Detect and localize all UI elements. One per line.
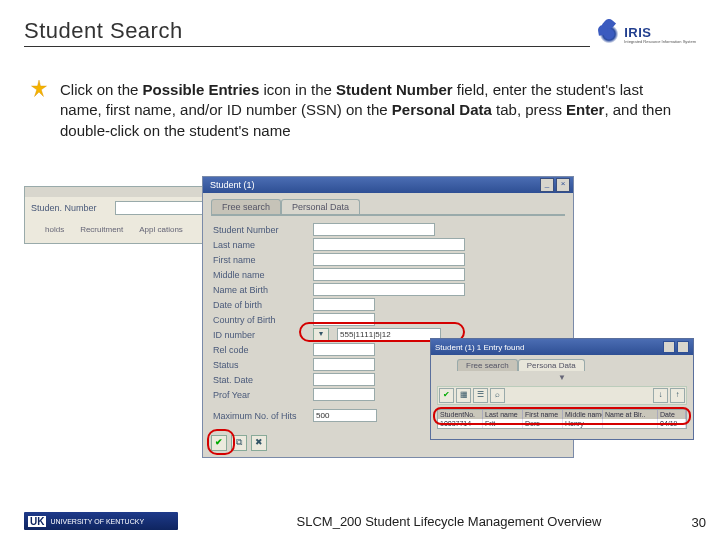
label-last-name: Last name	[213, 240, 305, 250]
input-date-of-birth[interactable]	[313, 298, 375, 311]
input-middle-name[interactable]	[313, 268, 465, 281]
input-student-number[interactable]	[313, 223, 435, 236]
toolbar-check-icon[interactable]: ✔	[439, 388, 454, 403]
tab-applications[interactable]: Appl cations	[139, 225, 183, 234]
input-max-hits[interactable]: 500	[313, 409, 377, 422]
toolbar-icon-4[interactable]: ↓	[653, 388, 668, 403]
input-rel-code[interactable]	[313, 343, 375, 356]
id-selector-icon[interactable]: ▾	[313, 328, 329, 341]
results-toolbar: ✔ ▦ ☰ ⌕ ↓ ↑	[437, 386, 687, 405]
slide-number: 30	[692, 515, 706, 530]
label-id-number: ID number	[213, 330, 305, 340]
iris-logo-sub: Integrated Resource Information System	[624, 40, 696, 44]
label-country-birth: Country of Birth	[213, 315, 305, 325]
label-date-of-birth: Date of birth	[213, 300, 305, 310]
tab-holds[interactable]: holds	[45, 225, 64, 234]
close-icon[interactable]: ×	[556, 178, 570, 192]
col-lastname[interactable]: Last name	[483, 410, 523, 419]
results-tab-personal-data[interactable]: Persona Data	[518, 359, 585, 371]
toolbar-icon-3[interactable]: ⌕	[490, 388, 505, 403]
label-max-hits: Maximum No. of Hits	[213, 411, 305, 421]
col-firstname[interactable]: First name	[523, 410, 563, 419]
input-country-birth[interactable]	[313, 313, 375, 326]
svg-marker-0	[32, 80, 47, 97]
col-middlename[interactable]: Middle name	[563, 410, 603, 419]
toolbar-button-1[interactable]: ⧉	[231, 435, 247, 451]
results-table: StudentNo. Last name First name Middle n…	[437, 409, 687, 429]
toolbar-icon-2[interactable]: ☰	[473, 388, 488, 403]
uk-mark: UK	[28, 516, 46, 527]
label-student-number: Student Number	[213, 225, 305, 235]
input-name-at-birth[interactable]	[313, 283, 465, 296]
uk-logo: UK UNIVERSITY OF KENTUCKY	[24, 512, 178, 530]
results-min-icon[interactable]	[663, 341, 675, 353]
iris-logo: IRIS Integrated Resource Information Sys…	[598, 23, 696, 45]
label-name-at-birth: Name at Birth	[213, 285, 305, 295]
toolbar-icon-5[interactable]: ↑	[670, 388, 685, 403]
input-first-name[interactable]	[313, 253, 465, 266]
label-stat-date: Stat. Date	[213, 375, 305, 385]
toolbar-icon-1[interactable]: ▦	[456, 388, 471, 403]
toolbar-button-2[interactable]: ✖	[251, 435, 267, 451]
results-dialog: Student (1) 1 Entry found Free search Pe…	[430, 338, 694, 440]
col-date[interactable]: Date	[658, 410, 686, 419]
bullet-star-icon	[30, 80, 48, 98]
label-prof-year: Prof Year	[213, 390, 305, 400]
tab-personal-data[interactable]: Personal Data	[281, 199, 360, 214]
iris-flower-icon	[598, 23, 620, 45]
label-status: Status	[213, 360, 305, 370]
input-stat-date[interactable]	[313, 373, 375, 386]
minimize-icon[interactable]: _	[540, 178, 554, 192]
label-first-name: First name	[213, 255, 305, 265]
dialog-titlebar: Student (1) _ ×	[203, 177, 573, 193]
results-tab-free-search[interactable]: Free search	[457, 359, 518, 371]
tab-free-search[interactable]: Free search	[211, 199, 281, 214]
student-number-label: Studen. Number	[31, 203, 109, 213]
label-rel-code: Rel code	[213, 345, 305, 355]
uk-text: UNIVERSITY OF KENTUCKY	[50, 518, 144, 525]
instruction-bullet: Click on the Possible Entries icon in th…	[60, 80, 680, 141]
iris-logo-text: IRIS	[624, 25, 696, 40]
col-studentno[interactable]: StudentNo.	[438, 410, 483, 419]
footer-title: SLCM_200 Student Lifecycle Management Ov…	[178, 514, 720, 529]
execute-button[interactable]: ✔	[211, 435, 227, 451]
slide-title: Student Search	[24, 18, 590, 47]
label-middle-name: Middle name	[213, 270, 305, 280]
input-prof-year[interactable]	[313, 388, 375, 401]
results-close-icon[interactable]	[677, 341, 689, 353]
dialog-title: Student (1)	[206, 180, 538, 190]
tab-recruitment[interactable]: Recruitment	[80, 225, 123, 234]
input-id-number[interactable]: 555|1111|5|12	[337, 328, 441, 341]
input-last-name[interactable]	[313, 238, 465, 251]
input-status[interactable]	[313, 358, 375, 371]
results-title: Student (1) 1 Entry found	[435, 343, 524, 352]
table-row[interactable]: 10037714 Frit Dors Henry 04/19	[438, 419, 686, 428]
col-nameatbirth[interactable]: Name at Bir..	[603, 410, 658, 419]
